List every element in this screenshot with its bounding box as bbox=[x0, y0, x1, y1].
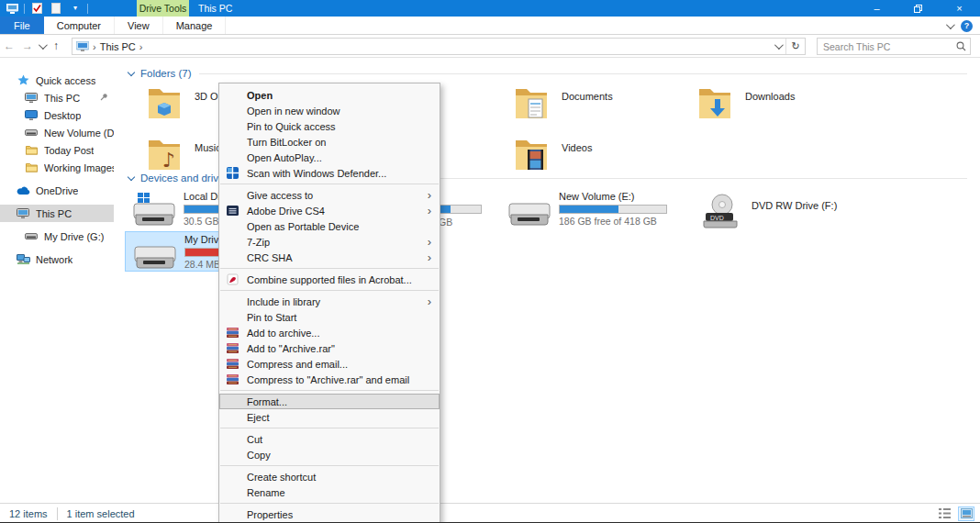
group-header-label[interactable]: Devices and drives bbox=[140, 172, 229, 184]
sidebar-item-quick-access[interactable]: Quick access bbox=[0, 72, 114, 89]
this-pc-icon bbox=[76, 41, 89, 51]
drive-tile-dvd-rw-f[interactable]: DVD DVD RW Drive (F:) bbox=[693, 189, 876, 229]
context-menu: Open Open in new window Pin to Quick acc… bbox=[218, 83, 440, 523]
collapse-chevron-icon[interactable] bbox=[128, 68, 135, 75]
menu-item-properties[interactable]: Properties bbox=[219, 506, 440, 522]
folder-icon bbox=[24, 162, 39, 172]
tab-file[interactable]: File bbox=[0, 17, 44, 34]
music-folder-icon: ♪ bbox=[147, 136, 182, 172]
menu-separator bbox=[220, 428, 439, 428]
sidebar-item-today-post[interactable]: Today Post bbox=[0, 141, 114, 159]
menu-separator bbox=[220, 268, 439, 269]
explorer-window: ▾ Drive Tools This PC – × File Computer … bbox=[0, 0, 980, 523]
details-view-icon[interactable] bbox=[936, 506, 952, 521]
menu-item-crc-sha[interactable]: CRC SHA› bbox=[219, 250, 440, 265]
selection-count: 1 item selected bbox=[58, 508, 144, 519]
expand-ribbon-chevron-icon[interactable] bbox=[946, 20, 955, 29]
onedrive-cloud-icon bbox=[16, 186, 30, 195]
sidebar-item-label: Quick access bbox=[36, 75, 95, 86]
menu-item-combine-files-in-acrobat[interactable]: Combine supported files in Acrobat... bbox=[219, 272, 440, 287]
refresh-icon[interactable]: ↻ bbox=[785, 39, 805, 54]
navigation-pane: Quick access This PC Desktop New Volume … bbox=[0, 58, 114, 503]
pin-icon bbox=[100, 93, 108, 101]
minimize-button[interactable]: – bbox=[856, 0, 897, 17]
qat-separator bbox=[87, 4, 88, 14]
menu-item-give-access-to[interactable]: Give access to› bbox=[219, 187, 440, 203]
menu-item-open-in-new-window[interactable]: Open in new window bbox=[219, 103, 440, 118]
up-button[interactable]: ↑ bbox=[47, 39, 65, 52]
contextual-tab-drive-tools[interactable]: Drive Tools bbox=[137, 0, 189, 17]
network-icon bbox=[16, 254, 30, 264]
sidebar-item-label: OneDrive bbox=[36, 185, 78, 196]
qat-separator bbox=[24, 4, 25, 14]
winrar-icon bbox=[227, 373, 239, 385]
drive-name: New Volume (E:) bbox=[559, 191, 678, 202]
window-title: This PC bbox=[198, 0, 232, 17]
new-folder-button[interactable] bbox=[49, 2, 63, 15]
submenu-arrow-icon: › bbox=[428, 235, 431, 249]
customize-qat-chevron-icon[interactable]: ▾ bbox=[68, 2, 83, 15]
sidebar-item-label: This PC bbox=[44, 93, 80, 104]
search-input[interactable] bbox=[818, 41, 952, 52]
menu-item-include-in-library[interactable]: Include in library› bbox=[219, 294, 440, 309]
search-icon[interactable] bbox=[952, 41, 970, 51]
menu-item-compress-to-archive-rar-and-email[interactable]: Compress to "Archive.rar" and email bbox=[219, 372, 440, 387]
svg-text:♪: ♪ bbox=[162, 149, 175, 172]
menu-item-add-to-archive-rar[interactable]: Add to "Archive.rar" bbox=[219, 340, 440, 356]
breadcrumb: › This PC › bbox=[72, 41, 769, 52]
menu-item-rename[interactable]: Rename bbox=[219, 484, 440, 500]
address-dropdown-chevron-icon[interactable] bbox=[769, 39, 785, 54]
menu-item-format[interactable]: Format... bbox=[219, 394, 440, 409]
menu-item-7-zip[interactable]: 7-Zip› bbox=[219, 234, 440, 250]
forward-button[interactable]: → bbox=[18, 39, 37, 52]
tab-manage[interactable]: Manage bbox=[163, 17, 227, 34]
tab-computer[interactable]: Computer bbox=[44, 17, 115, 34]
sidebar-item-my-drive-g[interactable]: My Drive (G:) bbox=[0, 228, 114, 245]
status-bar: 12 items 1 item selected bbox=[0, 503, 980, 523]
close-button[interactable]: × bbox=[939, 0, 980, 17]
folder-tile-downloads[interactable]: Downloads bbox=[697, 84, 872, 127]
menu-item-cut[interactable]: Cut bbox=[219, 431, 440, 447]
back-button[interactable]: ← bbox=[0, 39, 18, 52]
menu-item-compress-and-email[interactable]: Compress and email... bbox=[219, 356, 440, 372]
menu-item-adobe-drive-cs4[interactable]: Adobe Drive CS4› bbox=[219, 203, 440, 218]
properties-button[interactable] bbox=[29, 2, 44, 15]
menu-item-add-to-archive[interactable]: Add to archive... bbox=[219, 325, 440, 340]
tab-view[interactable]: View bbox=[115, 17, 163, 34]
sidebar-item-onedrive[interactable]: OneDrive bbox=[0, 182, 114, 199]
breadcrumb-this-pc[interactable]: This PC bbox=[100, 41, 136, 52]
sidebar-item-working-images[interactable]: Working Images bbox=[0, 159, 114, 176]
collapse-chevron-icon[interactable] bbox=[128, 172, 135, 180]
acrobat-icon bbox=[227, 273, 239, 285]
drive-tile-new-volume-e[interactable]: New Volume (E:) 186 GB free of 418 GB bbox=[500, 189, 684, 229]
drive-icon bbox=[506, 193, 551, 228]
sidebar-item-this-pc[interactable]: This PC bbox=[0, 205, 114, 222]
menu-item-pin-to-start[interactable]: Pin to Start bbox=[219, 309, 440, 325]
sidebar-item-new-volume-d[interactable]: New Volume (D:) bbox=[0, 124, 114, 141]
sidebar-item-label: Desktop bbox=[44, 110, 81, 121]
menu-item-open-autoplay[interactable]: Open AutoPlay... bbox=[219, 150, 440, 165]
menu-item-pin-to-quick-access[interactable]: Pin to Quick access bbox=[219, 118, 440, 134]
submenu-arrow-icon: › bbox=[428, 295, 431, 308]
sidebar-item-this-pc-pinned[interactable]: This PC bbox=[0, 89, 114, 106]
address-bar[interactable]: › This PC › ↻ bbox=[72, 38, 806, 55]
folder-tile-documents[interactable]: Documents bbox=[514, 84, 688, 127]
sidebar-item-desktop[interactable]: Desktop bbox=[0, 106, 114, 124]
large-icons-view-icon[interactable] bbox=[958, 506, 974, 521]
sidebar-item-label: Today Post bbox=[44, 145, 94, 156]
group-header-label[interactable]: Folders (7) bbox=[140, 68, 192, 79]
documents-folder-icon bbox=[514, 84, 549, 121]
menu-separator bbox=[220, 390, 439, 391]
menu-item-eject[interactable]: Eject bbox=[219, 409, 440, 425]
menu-item-open-as-portable-device[interactable]: Open as Portable Device bbox=[219, 218, 440, 234]
breadcrumb-separator: › bbox=[139, 41, 143, 52]
menu-item-open[interactable]: Open bbox=[219, 87, 440, 103]
adobe-drive-icon bbox=[227, 205, 239, 217]
menu-item-turn-bitlocker-on[interactable]: Turn BitLocker on bbox=[219, 134, 440, 150]
restore-button[interactable] bbox=[897, 0, 939, 17]
help-icon[interactable]: ? bbox=[961, 20, 973, 32]
sidebar-item-network[interactable]: Network bbox=[0, 250, 114, 268]
menu-item-create-shortcut[interactable]: Create shortcut bbox=[219, 469, 440, 484]
menu-item-scan-with-windows-defender[interactable]: Scan with Windows Defender... bbox=[219, 165, 440, 181]
menu-item-copy[interactable]: Copy bbox=[219, 447, 440, 462]
